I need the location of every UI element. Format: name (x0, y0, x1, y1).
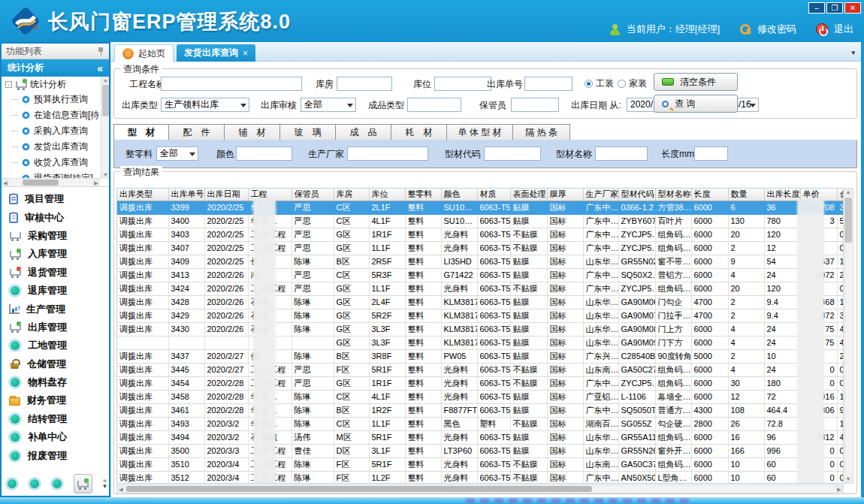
column-header[interactable]: 出库长度 (764, 189, 800, 201)
material-tab[interactable]: 成 品 (336, 124, 391, 140)
table-row[interactable]: 调拨出库34092020/2/25长 …陈琳B区2R5F整料LI35HD6063… (117, 255, 844, 268)
sidebar-menu-item[interactable]: 采购管理 (2, 227, 109, 245)
sidebar-menu-item[interactable]: 工地管理 (2, 337, 109, 355)
column-header[interactable]: 库位 (369, 189, 405, 201)
material-tab[interactable]: 玻 璃 (280, 124, 336, 140)
sidebar-menu-item[interactable]: 入库管理 (2, 245, 109, 263)
tab-home[interactable]: ⌂ 起始页 (114, 44, 174, 62)
column-header[interactable]: 库房 (334, 189, 369, 201)
table-row[interactable]: 调拨出库33992020/2/25华 原…严思C区2L1F整料SU10…6063… (117, 201, 844, 214)
table-row[interactable]: 调拨出库35002020/3/3工 共工程曹佳D区3L1F整料LT3P60606… (117, 444, 844, 457)
material-tab[interactable]: 耗 材 (391, 124, 447, 140)
tree-item[interactable]: 预算执行查询 (2, 92, 109, 107)
table-row[interactable]: 调拨出库34542020/2/28工 共工程严思G区1R1F整料光身料6063-… (117, 376, 844, 390)
pin-icon[interactable] (97, 47, 104, 56)
table-row[interactable]: 调拨出库34302020/2/26石 城陈琳G区3L3F整料KLM3817606… (117, 322, 844, 336)
logout-button[interactable]: 退出 (834, 23, 853, 36)
maximize-button[interactable]: ❐ (826, 2, 843, 14)
column-header[interactable]: 型材名称 (655, 189, 691, 201)
manufacturer-input[interactable] (347, 146, 428, 161)
table-row[interactable]: 调拨出库34242020/2/26工 共工程严思G区1L1F整料光身料6063-… (117, 282, 844, 295)
column-header[interactable]: 膜厚 (547, 189, 583, 201)
column-header[interactable]: 单价 (800, 189, 837, 201)
material-tab[interactable]: 隔 热 条 (513, 124, 570, 140)
table-row[interactable]: 调拨出库34932020/3/2华 原…陈琳C区1L1F整料黑色塑料不贴膜国标湖… (117, 417, 844, 430)
cart-tool-button[interactable] (74, 474, 92, 493)
warehouse-input[interactable] (337, 77, 392, 91)
column-header[interactable]: 生产厂家 (583, 189, 618, 201)
table-row[interactable]: 调拨出库35102020/3/4工 共工程陈琳F区5R1F整料光身料6063-T… (117, 457, 844, 471)
tree-root[interactable]: - 统计分析 (2, 77, 109, 92)
material-tab[interactable]: 辅 材 (225, 124, 280, 140)
column-header[interactable]: 型材代码 (618, 189, 655, 201)
sidebar-menu-item[interactable]: 结转管理 (2, 410, 109, 428)
module-dot-icon[interactable] (8, 479, 17, 488)
material-tab[interactable]: 配 件 (169, 124, 225, 140)
sidebar-menu-item[interactable]: 报废管理 (2, 446, 109, 464)
whole-part-select[interactable]: 全部 (156, 146, 198, 161)
column-header[interactable]: 工程 (248, 189, 292, 201)
keeper-input[interactable] (511, 98, 559, 112)
column-header[interactable]: 表面处理 (510, 189, 547, 201)
scroll-down-icon[interactable]: ▼ (101, 171, 109, 179)
tree-vertical-scrollbar[interactable]: ▲ ▼ (101, 77, 109, 179)
column-header[interactable]: 颜色 (441, 189, 477, 201)
module-dot-icon[interactable] (30, 479, 39, 488)
tree-item[interactable]: 在途信息查询[待 (2, 107, 109, 123)
scrollbar-thumb[interactable] (23, 180, 59, 186)
scroll-left-icon[interactable]: ◀ (2, 179, 9, 187)
table-row[interactable]: 调拨出库34292020/2/26石 城陈琳G区5R2F整料KLM3817606… (117, 309, 844, 322)
scroll-up-icon[interactable]: ▲ (844, 189, 853, 196)
order-no-input[interactable] (524, 77, 572, 91)
table-row[interactable]: 调拨出库34032020/2/25工 共工程严思G区1R1F整料光身料6063-… (117, 228, 844, 241)
product-type-input[interactable] (407, 98, 461, 112)
sidebar-menu-item[interactable]: 补单中心 (2, 428, 109, 446)
sidebar-overflow-button[interactable]: » ▾ (103, 478, 107, 489)
material-tab[interactable]: 型 材 (113, 124, 169, 140)
table-row[interactable]: 调拨出库34582020/2/28华 原…陈琳C区4L1F整料光身料6063-T… (117, 390, 844, 403)
table-row[interactable]: 调拨出库34372020/2/27佛 …陈琳B区3R8F整料PW056063-T… (117, 349, 844, 363)
audit-select[interactable]: 全部 (301, 98, 356, 112)
sidebar-menu-item[interactable]: 生产管理 (2, 300, 109, 318)
module-dot-icon[interactable] (53, 479, 62, 488)
group-header[interactable]: 统计分析 « (2, 59, 109, 77)
sidebar-menu-item[interactable]: 出库管理 (2, 318, 109, 337)
column-header[interactable]: 出库日期 (204, 189, 248, 201)
tab-shipment-outbound-query[interactable]: 发货出库查询 × (177, 44, 255, 62)
profile-code-input[interactable] (484, 146, 541, 161)
table-row[interactable]: 调拨出库34132020/2/26南 …严思C区5R3F整料G714226063… (117, 268, 844, 282)
column-header[interactable]: 数量 (728, 189, 764, 201)
column-header[interactable]: 保管员 (292, 189, 334, 201)
column-header[interactable]: 出库类型 (117, 189, 168, 201)
clear-conditions-button[interactable]: 清空条件 (654, 73, 738, 91)
scroll-right-icon[interactable]: ▶ (92, 179, 100, 187)
sidebar-menu-item[interactable]: 退货管理 (2, 264, 109, 282)
scroll-left-icon[interactable]: ◀ (117, 485, 125, 493)
table-row[interactable]: 调拨出库34452020/2/27工 共工程严思F区5R1F整料光身料6063-… (117, 363, 844, 376)
table-horizontal-scrollbar[interactable]: ◀ ▶ (116, 484, 844, 493)
color-input[interactable] (236, 146, 292, 161)
profile-name-input[interactable] (595, 146, 648, 161)
radio-home-install[interactable]: 家装 (618, 77, 647, 90)
table-row[interactable]: 调拨出库34612020/2/28华 原…陈琳B区1R2F整料F8877FT60… (117, 403, 844, 417)
collapse-icon[interactable]: « (97, 62, 103, 74)
tab-close-icon[interactable]: × (243, 48, 248, 59)
tree-item[interactable]: 发货出库查询 (2, 139, 109, 155)
column-header[interactable]: 金额 (837, 189, 844, 201)
table-row[interactable]: G区3L3F整料KLM38176063-T5贴膜国标山东华…GA90M09…门下… (117, 336, 844, 349)
length-input[interactable] (694, 146, 728, 161)
table-row[interactable]: 调拨出库35122020/3/4工 共工程陈琳F区1L2F整料光身料6063-T… (117, 471, 844, 484)
sidebar-menu-item[interactable]: 项目管理 (2, 190, 109, 208)
tab-list-dropdown-icon[interactable]: ▾ (851, 49, 855, 56)
scroll-up-icon[interactable]: ▲ (101, 77, 109, 84)
sidebar-menu-item[interactable]: 物料盘存 (2, 373, 109, 391)
scroll-right-icon[interactable]: ▶ (835, 485, 843, 493)
outbound-type-select[interactable]: 生产领料出库 (161, 98, 249, 112)
search-button[interactable]: 查 询 (654, 95, 738, 113)
scrollbar-thumb[interactable] (102, 85, 109, 116)
sidebar-menu-item[interactable]: 退库管理 (2, 282, 109, 300)
scroll-down-icon[interactable]: ▼ (844, 475, 853, 483)
column-header[interactable]: 长度 (691, 189, 728, 201)
sidebar-menu-item[interactable]: 财务管理 (2, 391, 109, 409)
minimize-button[interactable]: – (808, 2, 825, 14)
